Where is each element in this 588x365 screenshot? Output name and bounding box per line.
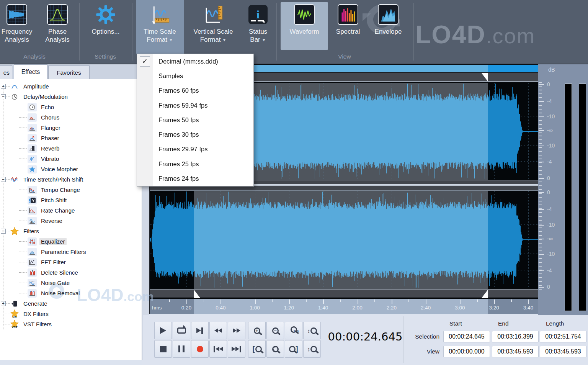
- waveform-view-icon: [294, 4, 315, 25]
- selection-start-marker[interactable]: [194, 290, 200, 298]
- view-start-value[interactable]: 00:00:00.000: [443, 346, 490, 357]
- time-scale-format-button[interactable]: Time ScaleFormat▼: [136, 0, 184, 62]
- timeline-minor-tick: [169, 300, 170, 302]
- tree-item-vibrato[interactable]: Vibrato: [0, 154, 142, 164]
- tab-effects[interactable]: Effects: [14, 64, 47, 79]
- pause-button[interactable]: [173, 340, 190, 358]
- menu-item-label: Samples: [153, 72, 183, 80]
- phase-analysis-button[interactable]: PhaseAnalysis: [37, 0, 78, 62]
- vertical-scale-format-button[interactable]: Vertical ScaleFormat▼: [187, 0, 240, 62]
- tree-item-tempo-change[interactable]: Tempo Change: [0, 185, 142, 195]
- selection-marker-bar-bottom[interactable]: [150, 289, 538, 298]
- zoom-vertical-in-button[interactable]: ↕: [303, 322, 321, 339]
- db-scale-tick: [539, 84, 544, 85]
- go-to-start-button[interactable]: [209, 340, 227, 358]
- tree-connector: [19, 138, 27, 138]
- tree-item-echo[interactable]: Echo: [0, 102, 142, 112]
- menu-item-frames-29-97-fps[interactable]: Frames 29.97 fps: [137, 142, 253, 157]
- tree-item-rate-change[interactable]: Rate Change: [0, 205, 142, 216]
- zoom-out-button[interactable]: −: [266, 322, 284, 339]
- play-to-end-button[interactable]: [191, 322, 209, 339]
- tree-connector: [19, 190, 27, 190]
- menu-item-label: Frames 30 fps: [153, 131, 199, 138]
- timeline-tick-label: 3:40: [517, 305, 540, 311]
- tempo-change-icon: [28, 186, 37, 194]
- menu-item-frames-59-94-fps[interactable]: Frames 59.94 fps: [137, 98, 253, 113]
- collapse-icon[interactable]: −: [1, 94, 6, 99]
- collapse-icon[interactable]: −: [1, 177, 6, 182]
- tree-item-delay-modulation[interactable]: −Delay/Modulation: [0, 92, 142, 102]
- zoom-selection-button[interactable]: [266, 340, 284, 358]
- play-button[interactable]: [154, 322, 172, 339]
- tree-item-flanger[interactable]: Flanger: [0, 123, 142, 133]
- menu-item-samples[interactable]: Samples: [137, 69, 253, 83]
- tree-item-phaser[interactable]: Phaser: [0, 133, 142, 143]
- flanger-icon: [28, 124, 37, 132]
- view-end-value[interactable]: 00:03:45.593: [492, 346, 539, 357]
- menu-item-frames-25-fps[interactable]: Frames 25 fps: [137, 157, 253, 171]
- loop-playback-button[interactable]: [173, 322, 190, 339]
- menu-item-frames-50-fps[interactable]: Frames 50 fps: [137, 113, 253, 127]
- zoom-vertical-out-button[interactable]: ↕: [303, 340, 321, 358]
- level-meter-panel: dB 0-4-10-∞-10-400-4-10-∞-10-40: [538, 64, 588, 315]
- tree-item-noise-gate[interactable]: Noise Gate: [0, 278, 142, 288]
- collapse-icon[interactable]: −: [1, 229, 6, 234]
- tree-item-vst-filters[interactable]: VSTVST Filters: [0, 319, 142, 329]
- menu-item-frames-24-fps[interactable]: Frames 24 fps: [137, 171, 253, 186]
- tree-item-chorus[interactable]: Chorus: [0, 112, 142, 123]
- selection-start-value[interactable]: 00:00:24.645: [443, 331, 490, 342]
- waveform-channel-right[interactable]: [150, 191, 539, 289]
- tree-item-pitch-shift[interactable]: Pitch Shift: [0, 195, 142, 205]
- timeline-minor-tick: [204, 300, 204, 302]
- expand-icon[interactable]: +: [1, 301, 6, 306]
- tab-files[interactable]: es: [0, 65, 12, 79]
- tree-item-generate[interactable]: +Generate: [0, 298, 142, 309]
- tab-favorites[interactable]: Favorites: [48, 65, 90, 79]
- status-bar-button[interactable]: i StatusBar▼: [243, 0, 273, 62]
- tree-item-time-stretch-pitch-shift[interactable]: −Time Stretch/Pitch Shift: [0, 174, 142, 185]
- db-scale-tick: [539, 192, 544, 193]
- menu-item-frames-60-fps[interactable]: Frames 60 fps: [137, 83, 253, 98]
- tree-item-equalizer[interactable]: Equalizer: [0, 236, 142, 247]
- spectral-view-button[interactable]: Spectral: [329, 0, 367, 62]
- timeline-tick-label: 2:20: [380, 305, 403, 311]
- zoom-selection-end-button[interactable]: ]: [285, 340, 302, 358]
- db-scale-tick: [539, 209, 544, 210]
- expand-icon[interactable]: +: [1, 84, 6, 89]
- pitch-shift-icon: [28, 196, 37, 205]
- tree-item-voice-morpher[interactable]: Voice Morpher: [0, 164, 142, 174]
- menu-item-frames-30-fps[interactable]: Frames 30 fps: [137, 127, 253, 142]
- selection-length-value[interactable]: 00:02:51.754: [540, 331, 586, 342]
- tree-item-label: Delete Silence: [39, 269, 80, 276]
- go-to-end-button[interactable]: [228, 340, 245, 358]
- frequency-analysis-button[interactable]: FrequencyAnalysis: [0, 0, 38, 62]
- tree-item-fft-filter[interactable]: FFT Filter: [0, 257, 142, 267]
- tree-item-reverse[interactable]: Reverse: [0, 216, 142, 226]
- tree-item-filters[interactable]: −Filters: [0, 226, 142, 236]
- zoom-in-button[interactable]: +: [248, 322, 266, 339]
- view-length-value[interactable]: 00:03:45.593: [540, 346, 586, 357]
- record-button[interactable]: [191, 340, 209, 358]
- timeline-tick: [255, 300, 256, 304]
- timeline-minor-tick: [511, 300, 512, 302]
- toolbar-separator: [276, 3, 277, 61]
- zoom-100-button[interactable]: 100: [285, 322, 302, 339]
- selection-end-marker[interactable]: [482, 290, 488, 298]
- tree-item-parametric-filters[interactable]: Parametric Filters: [0, 247, 142, 257]
- tree-connector: [19, 241, 27, 242]
- waveform-view-button[interactable]: Waveform: [281, 0, 328, 62]
- tree-item-delete-silence[interactable]: Delete Silence: [0, 267, 142, 278]
- tree-item-noise-removal[interactable]: Noise Removal: [0, 288, 142, 298]
- tree-item-dx-filters[interactable]: DXDX Filters: [0, 309, 142, 319]
- tree-item-reverb[interactable]: Reverb: [0, 143, 142, 154]
- menu-item-decimal-mm-ss-ddd-[interactable]: ✓Decimal (mm:ss.ddd): [137, 54, 253, 69]
- fast-forward-button[interactable]: [228, 322, 245, 339]
- options-button[interactable]: Options...: [83, 0, 128, 62]
- zoom-selection-start-button[interactable]: [: [248, 340, 266, 358]
- timeline-ruler[interactable]: hms 0:200:401:001:201:402:002:202:403:00…: [150, 299, 538, 314]
- rewind-button[interactable]: [209, 322, 227, 339]
- selection-end-value[interactable]: 00:03:16.399: [492, 331, 539, 342]
- selection-end-marker[interactable]: [482, 73, 488, 81]
- stop-button[interactable]: [154, 340, 172, 358]
- tree-item-amplitude[interactable]: +Amplitude: [0, 81, 142, 92]
